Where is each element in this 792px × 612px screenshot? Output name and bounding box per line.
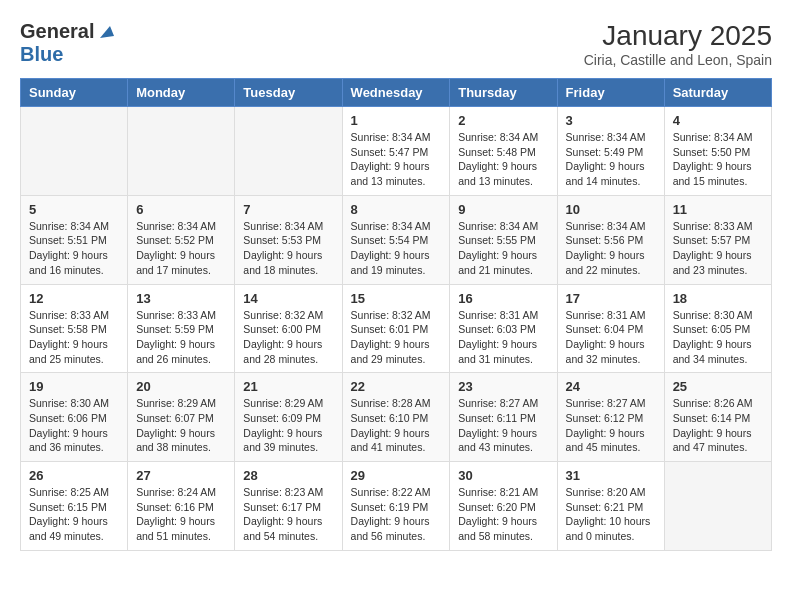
day-info: Sunrise: 8:31 AMSunset: 6:03 PMDaylight:… (458, 308, 548, 367)
calendar-cell: 21Sunrise: 8:29 AMSunset: 6:09 PMDayligh… (235, 373, 342, 462)
day-of-week-header: Thursday (450, 79, 557, 107)
day-info: Sunrise: 8:34 AMSunset: 5:51 PMDaylight:… (29, 219, 119, 278)
day-info: Sunrise: 8:34 AMSunset: 5:53 PMDaylight:… (243, 219, 333, 278)
calendar-cell: 31Sunrise: 8:20 AMSunset: 6:21 PMDayligh… (557, 462, 664, 551)
calendar-cell: 6Sunrise: 8:34 AMSunset: 5:52 PMDaylight… (128, 195, 235, 284)
logo-icon (96, 22, 114, 40)
calendar-table: SundayMondayTuesdayWednesdayThursdayFrid… (20, 78, 772, 551)
day-info: Sunrise: 8:20 AMSunset: 6:21 PMDaylight:… (566, 485, 656, 544)
day-info: Sunrise: 8:28 AMSunset: 6:10 PMDaylight:… (351, 396, 442, 455)
day-info: Sunrise: 8:30 AMSunset: 6:06 PMDaylight:… (29, 396, 119, 455)
day-info: Sunrise: 8:33 AMSunset: 5:58 PMDaylight:… (29, 308, 119, 367)
day-info: Sunrise: 8:25 AMSunset: 6:15 PMDaylight:… (29, 485, 119, 544)
day-info: Sunrise: 8:34 AMSunset: 5:48 PMDaylight:… (458, 130, 548, 189)
logo: General Blue (20, 20, 114, 66)
day-info: Sunrise: 8:30 AMSunset: 6:05 PMDaylight:… (673, 308, 763, 367)
day-number: 9 (458, 202, 548, 217)
day-number: 18 (673, 291, 763, 306)
day-info: Sunrise: 8:34 AMSunset: 5:52 PMDaylight:… (136, 219, 226, 278)
calendar-cell: 7Sunrise: 8:34 AMSunset: 5:53 PMDaylight… (235, 195, 342, 284)
day-info: Sunrise: 8:27 AMSunset: 6:11 PMDaylight:… (458, 396, 548, 455)
day-info: Sunrise: 8:33 AMSunset: 5:59 PMDaylight:… (136, 308, 226, 367)
calendar-subtitle: Ciria, Castille and Leon, Spain (584, 52, 772, 68)
day-number: 13 (136, 291, 226, 306)
day-number: 19 (29, 379, 119, 394)
day-number: 26 (29, 468, 119, 483)
calendar-cell: 20Sunrise: 8:29 AMSunset: 6:07 PMDayligh… (128, 373, 235, 462)
day-info: Sunrise: 8:34 AMSunset: 5:47 PMDaylight:… (351, 130, 442, 189)
day-of-week-header: Wednesday (342, 79, 450, 107)
day-of-week-header: Monday (128, 79, 235, 107)
logo-text-blue: Blue (20, 43, 63, 65)
day-info: Sunrise: 8:21 AMSunset: 6:20 PMDaylight:… (458, 485, 548, 544)
calendar-cell: 10Sunrise: 8:34 AMSunset: 5:56 PMDayligh… (557, 195, 664, 284)
calendar-cell: 3Sunrise: 8:34 AMSunset: 5:49 PMDaylight… (557, 107, 664, 196)
calendar-cell (21, 107, 128, 196)
day-number: 15 (351, 291, 442, 306)
day-info: Sunrise: 8:31 AMSunset: 6:04 PMDaylight:… (566, 308, 656, 367)
day-number: 25 (673, 379, 763, 394)
calendar-cell: 28Sunrise: 8:23 AMSunset: 6:17 PMDayligh… (235, 462, 342, 551)
day-info: Sunrise: 8:29 AMSunset: 6:07 PMDaylight:… (136, 396, 226, 455)
day-number: 31 (566, 468, 656, 483)
day-number: 12 (29, 291, 119, 306)
day-info: Sunrise: 8:34 AMSunset: 5:50 PMDaylight:… (673, 130, 763, 189)
calendar-cell: 18Sunrise: 8:30 AMSunset: 6:05 PMDayligh… (664, 284, 771, 373)
calendar-cell: 2Sunrise: 8:34 AMSunset: 5:48 PMDaylight… (450, 107, 557, 196)
calendar-cell: 13Sunrise: 8:33 AMSunset: 5:59 PMDayligh… (128, 284, 235, 373)
calendar-week-row: 26Sunrise: 8:25 AMSunset: 6:15 PMDayligh… (21, 462, 772, 551)
day-number: 17 (566, 291, 656, 306)
calendar-cell: 5Sunrise: 8:34 AMSunset: 5:51 PMDaylight… (21, 195, 128, 284)
page-header: General Blue January 2025 Ciria, Castill… (20, 20, 772, 68)
day-number: 27 (136, 468, 226, 483)
calendar-cell: 11Sunrise: 8:33 AMSunset: 5:57 PMDayligh… (664, 195, 771, 284)
day-info: Sunrise: 8:22 AMSunset: 6:19 PMDaylight:… (351, 485, 442, 544)
calendar-cell: 16Sunrise: 8:31 AMSunset: 6:03 PMDayligh… (450, 284, 557, 373)
calendar-week-row: 5Sunrise: 8:34 AMSunset: 5:51 PMDaylight… (21, 195, 772, 284)
calendar-cell: 22Sunrise: 8:28 AMSunset: 6:10 PMDayligh… (342, 373, 450, 462)
day-number: 5 (29, 202, 119, 217)
day-number: 14 (243, 291, 333, 306)
day-number: 30 (458, 468, 548, 483)
day-info: Sunrise: 8:32 AMSunset: 6:00 PMDaylight:… (243, 308, 333, 367)
day-info: Sunrise: 8:32 AMSunset: 6:01 PMDaylight:… (351, 308, 442, 367)
calendar-cell: 25Sunrise: 8:26 AMSunset: 6:14 PMDayligh… (664, 373, 771, 462)
day-info: Sunrise: 8:23 AMSunset: 6:17 PMDaylight:… (243, 485, 333, 544)
calendar-cell: 27Sunrise: 8:24 AMSunset: 6:16 PMDayligh… (128, 462, 235, 551)
calendar-cell (235, 107, 342, 196)
calendar-cell: 4Sunrise: 8:34 AMSunset: 5:50 PMDaylight… (664, 107, 771, 196)
day-info: Sunrise: 8:27 AMSunset: 6:12 PMDaylight:… (566, 396, 656, 455)
day-number: 16 (458, 291, 548, 306)
calendar-cell: 12Sunrise: 8:33 AMSunset: 5:58 PMDayligh… (21, 284, 128, 373)
day-of-week-header: Friday (557, 79, 664, 107)
calendar-cell: 14Sunrise: 8:32 AMSunset: 6:00 PMDayligh… (235, 284, 342, 373)
day-info: Sunrise: 8:26 AMSunset: 6:14 PMDaylight:… (673, 396, 763, 455)
day-number: 11 (673, 202, 763, 217)
day-number: 23 (458, 379, 548, 394)
calendar-cell: 19Sunrise: 8:30 AMSunset: 6:06 PMDayligh… (21, 373, 128, 462)
day-number: 20 (136, 379, 226, 394)
day-number: 4 (673, 113, 763, 128)
calendar-title-block: January 2025 Ciria, Castille and Leon, S… (584, 20, 772, 68)
day-of-week-header: Tuesday (235, 79, 342, 107)
day-info: Sunrise: 8:34 AMSunset: 5:49 PMDaylight:… (566, 130, 656, 189)
calendar-cell: 15Sunrise: 8:32 AMSunset: 6:01 PMDayligh… (342, 284, 450, 373)
calendar-cell: 23Sunrise: 8:27 AMSunset: 6:11 PMDayligh… (450, 373, 557, 462)
day-info: Sunrise: 8:34 AMSunset: 5:56 PMDaylight:… (566, 219, 656, 278)
calendar-cell: 30Sunrise: 8:21 AMSunset: 6:20 PMDayligh… (450, 462, 557, 551)
calendar-cell: 29Sunrise: 8:22 AMSunset: 6:19 PMDayligh… (342, 462, 450, 551)
svg-marker-0 (100, 26, 114, 38)
day-number: 10 (566, 202, 656, 217)
calendar-cell (664, 462, 771, 551)
day-of-week-header: Sunday (21, 79, 128, 107)
day-info: Sunrise: 8:33 AMSunset: 5:57 PMDaylight:… (673, 219, 763, 278)
calendar-week-row: 1Sunrise: 8:34 AMSunset: 5:47 PMDaylight… (21, 107, 772, 196)
day-number: 24 (566, 379, 656, 394)
calendar-cell: 9Sunrise: 8:34 AMSunset: 5:55 PMDaylight… (450, 195, 557, 284)
calendar-week-row: 19Sunrise: 8:30 AMSunset: 6:06 PMDayligh… (21, 373, 772, 462)
day-number: 6 (136, 202, 226, 217)
day-info: Sunrise: 8:34 AMSunset: 5:54 PMDaylight:… (351, 219, 442, 278)
day-number: 28 (243, 468, 333, 483)
day-number: 29 (351, 468, 442, 483)
logo-text-general: General (20, 20, 94, 43)
